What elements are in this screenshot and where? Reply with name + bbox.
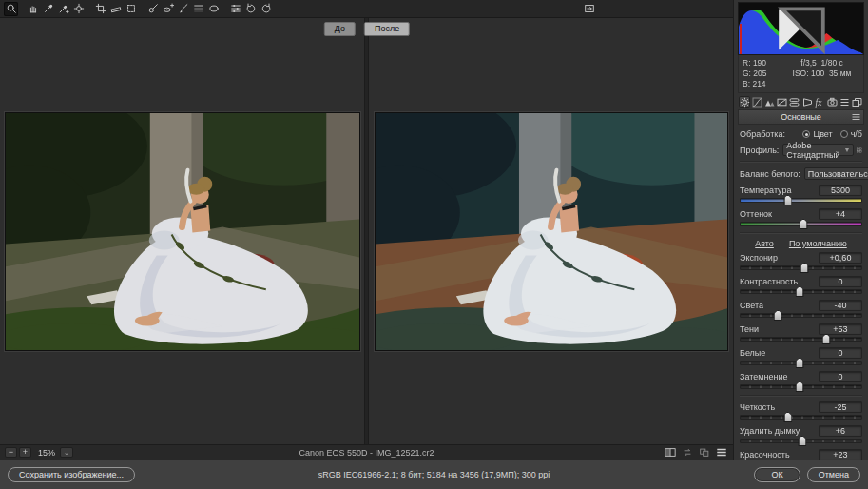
graduated-filter-tool[interactable]	[191, 2, 205, 16]
copy-settings-icon[interactable]	[698, 447, 711, 459]
slider-dehaze-track[interactable]	[740, 439, 862, 443]
slider-shadows-value[interactable]: +53	[819, 323, 862, 335]
preferences-button[interactable]	[228, 2, 242, 16]
after-photo[interactable]	[375, 112, 728, 351]
panel-menu-icon[interactable]	[852, 113, 860, 121]
tab-snapshots[interactable]	[852, 96, 863, 108]
after-tab[interactable]: После	[364, 22, 410, 36]
adjustment-brush-tool-icon	[178, 3, 189, 14]
slider-blacks-thumb[interactable]	[796, 381, 804, 392]
tab-presets[interactable]	[839, 96, 851, 108]
slider-contrast-track[interactable]	[740, 289, 862, 294]
slider-whites-value[interactable]: 0	[819, 347, 862, 359]
preview-preferences-icon[interactable]	[715, 447, 728, 459]
toggle-fullscreen-icon	[584, 3, 595, 14]
slider-shadows-track[interactable]	[740, 337, 862, 342]
zoom-in-button[interactable]: +	[19, 447, 31, 458]
filename-label: Canon EOS 550D - IMG_12521.cr2	[0, 448, 733, 458]
adjustments-panel: R: 190 G: 205 B: 214 f/3,5 1/80 c ISO: 1…	[733, 0, 868, 460]
slider-whites-thumb[interactable]	[796, 358, 804, 368]
slider-contrast-thumb[interactable]	[796, 286, 804, 297]
zoom-tool[interactable]	[4, 2, 18, 16]
slider-clarity: Четкость -25	[740, 401, 862, 420]
white-balance-sliders: Температура 5300 Оттенок +4	[740, 185, 862, 226]
tab-lens-corrections[interactable]	[801, 96, 813, 108]
spot-removal-tool[interactable]	[145, 2, 160, 16]
white-balance-dropdown[interactable]: Пользовательский ▼	[804, 167, 868, 180]
slider-highlights-value[interactable]: -40	[819, 300, 862, 311]
slider-highlights-thumb[interactable]	[774, 310, 782, 321]
slider-tint-value[interactable]: +4	[819, 208, 862, 220]
tab-hsl-grayscale[interactable]	[777, 96, 788, 108]
tab-basic[interactable]	[739, 96, 750, 108]
hand-tool[interactable]	[26, 2, 40, 16]
slider-clarity-track[interactable]	[740, 415, 862, 420]
slider-exposure-value[interactable]: +0,60	[819, 252, 862, 264]
slider-tint-track[interactable]	[740, 222, 862, 226]
slider-vibrance-value[interactable]: +23	[819, 449, 862, 460]
color-sampler-tool[interactable]	[56, 2, 70, 16]
before-tab[interactable]: До	[324, 22, 356, 36]
profile-dropdown[interactable]: Adobe Стандартный ▼	[782, 144, 854, 156]
slider-tint-thumb[interactable]	[800, 219, 808, 229]
before-photo[interactable]	[5, 112, 360, 351]
transform-tool[interactable]	[124, 2, 138, 16]
rotate-right-button[interactable]	[259, 2, 273, 16]
tab-tone-curve[interactable]	[751, 96, 762, 108]
treatment-bw-radio[interactable]	[840, 130, 848, 138]
tab-effects-icon: fx	[815, 97, 825, 108]
slider-temperature-thumb[interactable]	[783, 195, 792, 205]
slider-blacks-value[interactable]: 0	[819, 371, 862, 382]
adjustment-brush-tool[interactable]	[176, 2, 190, 16]
preview-area: До После	[0, 18, 733, 444]
slider-dehaze-label: Удалить дымку	[740, 426, 800, 436]
treatment-color-radio[interactable]	[802, 130, 810, 138]
slider-blacks-track[interactable]	[740, 384, 862, 389]
auto-link[interactable]: Авто	[755, 239, 774, 248]
tab-detail[interactable]	[763, 96, 775, 108]
rotate-left-button[interactable]	[243, 2, 258, 16]
highlight-clipping-icon[interactable]	[738, 4, 862, 55]
slider-dehaze-value[interactable]: +6	[819, 425, 862, 437]
before-after-tabs: До После	[324, 22, 410, 36]
crop-tool[interactable]	[93, 2, 107, 16]
slider-shadows-thumb[interactable]	[822, 334, 831, 344]
toggle-fullscreen[interactable]	[582, 2, 596, 16]
camera-raw-dialog: До После	[0, 0, 868, 489]
slider-highlights-track[interactable]	[740, 313, 862, 318]
zoom-out-button[interactable]: −	[5, 447, 17, 458]
default-link[interactable]: По умолчанию	[789, 239, 847, 248]
slider-whites-track[interactable]	[740, 361, 862, 365]
cancel-button[interactable]: Отмена	[807, 467, 860, 482]
slider-dehaze-thumb[interactable]	[798, 436, 806, 446]
slider-exposure-thumb[interactable]	[800, 263, 809, 273]
before-after-view-icon[interactable]	[664, 447, 677, 459]
tab-split-toning[interactable]	[789, 96, 800, 108]
zoom-level-dropdown[interactable]: ⌄	[60, 447, 73, 458]
preview-view-controls	[664, 447, 728, 459]
save-image-button[interactable]: Сохранить изображение...	[8, 467, 135, 482]
straighten-tool[interactable]	[108, 2, 123, 16]
targeted-adjustment-tool[interactable]	[71, 2, 86, 16]
tab-camera-calibration[interactable]	[827, 96, 839, 108]
white-balance-tool-icon	[43, 3, 54, 14]
radial-filter-tool[interactable]	[206, 2, 221, 16]
ok-button[interactable]: ОК	[754, 467, 800, 482]
slider-temperature-track[interactable]	[740, 198, 862, 203]
slider-whites: Белые 0	[740, 347, 862, 365]
slider-clarity-label: Четкость	[740, 402, 775, 412]
slider-clarity-value[interactable]: -25	[819, 401, 862, 413]
slider-contrast-value[interactable]: 0	[819, 276, 862, 287]
profile-browser-icon[interactable]	[857, 145, 862, 156]
slider-exposure-track[interactable]	[740, 265, 862, 270]
rotate-right-button-icon	[260, 3, 272, 14]
panel-title: Основные	[781, 112, 821, 122]
slider-clarity-thumb[interactable]	[783, 412, 792, 422]
zoom-tool-icon	[6, 3, 17, 14]
tab-effects[interactable]: fx	[814, 96, 825, 108]
workflow-options-link[interactable]: sRGB IEC61966-2.1; 8 бит; 5184 на 3456 (…	[318, 470, 550, 479]
white-balance-tool[interactable]	[41, 2, 55, 16]
slider-temperature-value[interactable]: 5300	[819, 185, 862, 196]
red-eye-tool[interactable]	[161, 2, 175, 16]
swap-before-after-icon[interactable]	[681, 447, 694, 459]
